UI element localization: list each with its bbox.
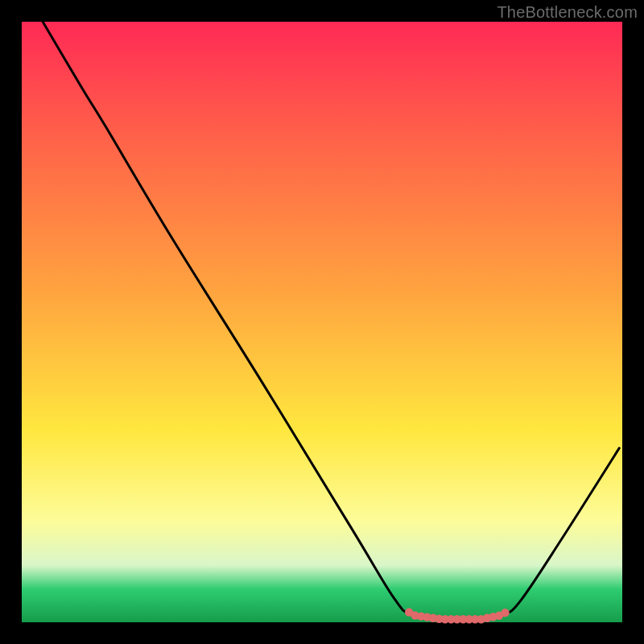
plot-background <box>22 22 622 622</box>
chart-container: TheBottleneck.com <box>0 0 644 644</box>
optimal-marker <box>501 609 509 617</box>
watermark-text: TheBottleneck.com <box>497 3 638 22</box>
bottleneck-chart <box>0 0 644 644</box>
